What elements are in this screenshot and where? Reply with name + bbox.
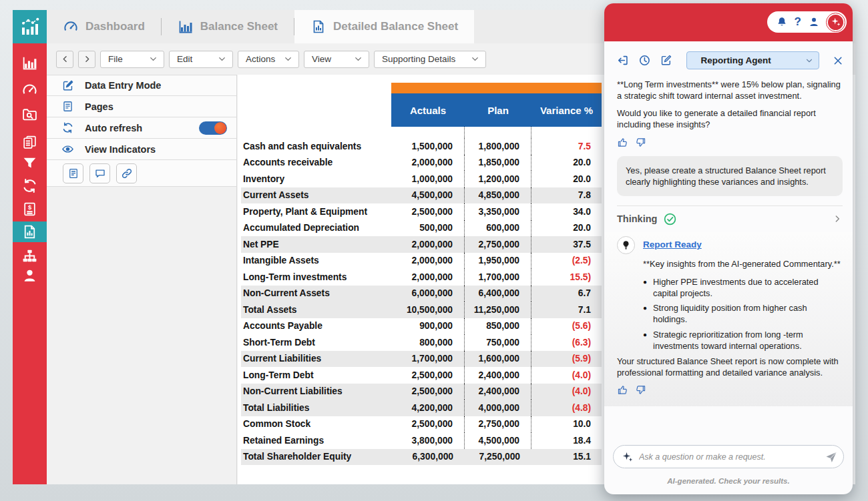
cell-actuals[interactable]: 800,000 — [391, 334, 465, 351]
indicator-button-link[interactable] — [116, 163, 137, 183]
cell-variance[interactable]: 15.5) — [531, 269, 602, 286]
tab-dashboard[interactable]: Dashboard — [47, 10, 161, 43]
panel-item-data-entry-mode[interactable]: Data Entry Mode — [47, 75, 236, 96]
thumb-down-icon[interactable] — [635, 384, 646, 396]
person-icon[interactable] — [808, 16, 820, 28]
sidebar-item-report-sheets[interactable] — [13, 133, 47, 151]
cell-actuals[interactable]: 2,500,000 — [391, 416, 465, 433]
row-label[interactable]: Cash and cash equivalents — [241, 138, 391, 155]
cell-variance[interactable]: 37.5 — [531, 236, 602, 253]
cell-actuals[interactable]: 2,000,000 — [391, 155, 465, 171]
row-label[interactable]: Non-Current Liabilities — [241, 384, 391, 400]
cell-variance[interactable]: (5.6) — [531, 318, 602, 335]
sidebar-item-filter[interactable] — [13, 153, 47, 172]
row-label[interactable]: Accumulated Depreciation — [241, 220, 391, 237]
menu-actions[interactable]: Actions — [238, 51, 299, 68]
cell-actuals[interactable]: 4,200,000 — [391, 400, 465, 416]
bell-icon[interactable] — [776, 16, 788, 28]
cell-variance[interactable]: (4.8) — [531, 400, 602, 416]
report-ready-link[interactable]: Report Ready — [643, 239, 702, 251]
row-label[interactable]: Retained Earnings — [241, 432, 391, 449]
cell-plan[interactable]: 1,800,000 — [465, 138, 531, 155]
row-label[interactable]: Total Shareholder Equity — [241, 449, 391, 466]
sidebar-item-ledger-dollar[interactable]: $ — [13, 199, 47, 218]
sidebar-item-document-chart[interactable] — [13, 221, 47, 242]
cell-variance[interactable]: (6.3) — [531, 334, 602, 351]
sparkle-badge[interactable] — [827, 13, 845, 31]
cell-plan[interactable]: 4,850,000 — [465, 187, 531, 204]
row-label[interactable]: Inventory — [241, 171, 391, 187]
cell-plan[interactable]: 7,250,000 — [465, 449, 531, 466]
menu-edit[interactable]: Edit — [169, 51, 233, 68]
row-label[interactable]: Short-Term Debt — [241, 334, 391, 351]
cell-plan[interactable]: 850,000 — [465, 318, 531, 335]
cell-actuals[interactable]: 2,500,000 — [391, 367, 465, 384]
cell-actuals[interactable]: 1,700,000 — [391, 351, 465, 368]
cell-variance[interactable]: 20.0 — [531, 171, 602, 187]
indicator-button-page[interactable] — [63, 163, 83, 183]
cell-actuals[interactable]: 1,000,000 — [391, 171, 465, 187]
sidebar-item-folder-search[interactable] — [13, 105, 47, 123]
cell-plan[interactable]: 600,000 — [465, 220, 531, 237]
menu-view[interactable]: View — [304, 51, 369, 68]
cell-plan[interactable]: 11,250,000 — [465, 302, 531, 318]
send-icon[interactable] — [825, 450, 838, 464]
sidebar-item-gauge[interactable] — [13, 80, 47, 99]
cell-variance[interactable]: 34.0 — [531, 203, 602, 220]
cell-actuals[interactable]: 2,500,000 — [391, 384, 465, 400]
thumb-up-icon[interactable] — [617, 384, 628, 396]
thinking-expand-icon[interactable] — [832, 213, 843, 224]
column-header-variance[interactable]: Variance % — [531, 93, 602, 127]
chat-input[interactable] — [639, 452, 819, 462]
cell-plan[interactable]: 4,500,000 — [465, 432, 531, 449]
row-label[interactable]: Total Assets — [241, 302, 391, 318]
help-icon[interactable]: ? — [795, 15, 801, 29]
cell-plan[interactable]: 1,850,000 — [465, 155, 531, 171]
cell-variance[interactable]: 10.0 — [531, 416, 602, 433]
close-icon[interactable] — [833, 55, 843, 67]
cell-variance[interactable]: 7.1 — [531, 302, 602, 318]
cell-actuals[interactable]: 1,500,000 — [391, 138, 465, 155]
cell-variance[interactable]: 6.7 — [531, 286, 602, 302]
cell-plan[interactable]: 6,400,000 — [465, 286, 531, 302]
cell-actuals[interactable]: 500,000 — [391, 220, 465, 237]
thumb-up-icon[interactable] — [617, 137, 628, 148]
indicator-button-comment[interactable] — [89, 163, 110, 183]
row-label[interactable]: Non-Current Assets — [241, 286, 391, 302]
cell-plan[interactable]: 3,350,000 — [465, 203, 531, 220]
row-label[interactable]: Common Stock — [241, 416, 391, 433]
cell-actuals[interactable]: 900,000 — [391, 318, 465, 335]
panel-item-pages[interactable]: Pages — [47, 96, 236, 117]
row-label[interactable]: Accounts Payable — [241, 318, 391, 335]
sidebar-item-hierarchy[interactable] — [13, 246, 47, 265]
cell-variance[interactable]: 7.5 — [531, 138, 602, 155]
sidebar-item-refresh[interactable] — [13, 176, 47, 195]
cell-variance[interactable]: 20.0 — [531, 155, 602, 171]
cell-variance[interactable]: (2.5) — [531, 253, 602, 270]
cell-variance[interactable]: 7.8 — [531, 187, 602, 204]
cell-plan[interactable]: 1,950,000 — [465, 253, 531, 270]
exit-icon[interactable] — [617, 53, 630, 67]
cell-variance[interactable]: (5.9) — [531, 351, 602, 368]
cell-actuals[interactable]: 2,000,000 — [391, 269, 465, 286]
row-label[interactable]: Property, Plant & Equipment — [241, 203, 391, 220]
cell-plan[interactable]: 1,600,000 — [465, 351, 531, 368]
tab-balance-sheet[interactable]: Balance Sheet — [162, 10, 294, 43]
cell-actuals[interactable]: 2,000,000 — [391, 253, 465, 270]
row-label[interactable]: Current Assets — [241, 187, 391, 204]
app-logo[interactable] — [13, 10, 47, 43]
column-header-plan[interactable]: Plan — [465, 93, 531, 127]
column-header-actuals[interactable]: Actuals — [391, 93, 465, 127]
cell-plan[interactable]: 2,750,000 — [465, 236, 531, 253]
menu-supporting-details[interactable]: Supporting Details — [374, 51, 486, 68]
cell-actuals[interactable]: 6,000,000 — [391, 286, 465, 302]
cell-actuals[interactable]: 2,000,000 — [391, 236, 465, 253]
row-label[interactable]: Current Liabilities — [241, 351, 391, 368]
agent-select[interactable]: Reporting Agent — [686, 51, 819, 69]
auto-refresh-toggle[interactable] — [199, 121, 227, 135]
back-button[interactable] — [56, 51, 73, 68]
compose-icon[interactable] — [660, 53, 672, 67]
row-label[interactable]: Total Liabilities — [241, 400, 391, 416]
cell-plan[interactable]: 4,000,000 — [465, 400, 531, 416]
history-icon[interactable] — [638, 53, 651, 67]
